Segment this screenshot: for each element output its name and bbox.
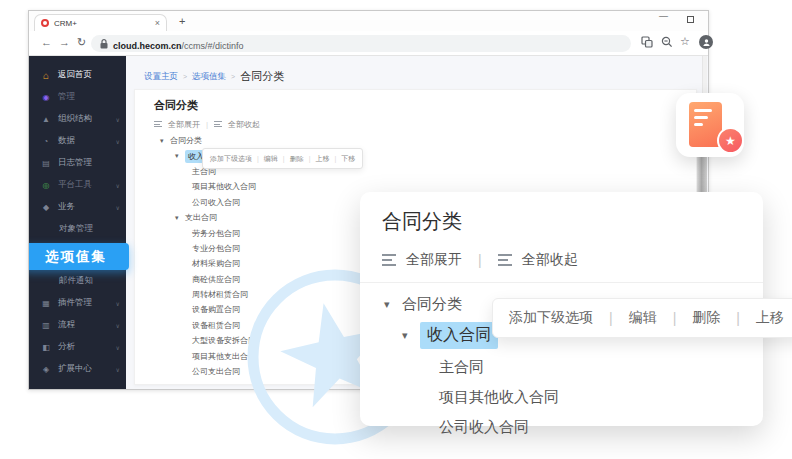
admin-icon: ◉ [41,93,51,102]
tree-node[interactable]: 项目其他收入合同 [382,382,763,412]
delete-action[interactable]: 删除 [692,309,720,327]
sidebar-item-data[interactable]: ◔ 数据 ∨ [29,130,126,152]
chevron-down-icon: ∨ [116,182,120,189]
expand-all-button[interactable]: 全部展开 [406,251,462,269]
new-tab-button[interactable]: + [179,15,185,27]
log-icon: ▤ [41,159,51,168]
lock-icon [100,39,108,49]
url-domain: cloud.hecom.cn [113,41,182,51]
panel-title: 合同分类 [382,208,763,235]
breadcrumb-separator: > [183,73,187,80]
workflow-icon: ▥ [41,321,51,330]
collapse-all-button[interactable]: 全部收起 [522,251,578,269]
address-bar[interactable]: cloud.hecom.cn/ccms/#/dictinfo [91,35,631,52]
browser-tab[interactable]: CRM+ × [34,14,167,31]
bookmark-star-icon[interactable]: ☆ [680,35,690,48]
edit-action[interactable]: 编辑 [264,154,278,164]
restore-button[interactable] [687,16,694,23]
tree-node[interactable]: ▾合同分类 [135,133,696,148]
sidebar-item-log-management[interactable]: ▤ 日志管理 [29,152,126,174]
collapse-all-icon [214,121,222,128]
star-badge-icon: ★ [717,127,744,154]
node-actions-tooltip: 添加下级选项| 编辑| 删除| 上移| 下移 [492,298,792,338]
business-icon: ◆ [41,203,51,212]
chevron-down-icon: ∨ [116,344,120,351]
expand-all-icon [382,254,396,266]
sidebar-item-extension-center[interactable]: ◈ 扩展中心 ∨ [29,358,126,380]
zoomed-callout-panel: 合同分类 全部展开 | 全部收起 添加下级选项| 编辑| 删除| 上移| 下移 … [360,192,763,426]
person-icon [702,38,711,47]
tree-actions: 全部展开 | 全部收起 [154,119,260,130]
zoom-icon[interactable] [661,36,673,48]
edit-action[interactable]: 编辑 [629,309,657,327]
add-suboption-action[interactable]: 添加下级选项 [210,154,252,164]
caret-down-icon[interactable]: ▾ [160,137,170,145]
chevron-down-icon: ∨ [116,204,120,211]
move-up-action[interactable]: 上移 [315,154,329,164]
breadcrumb: 设置主页 > 选项值集 > 合同分类 [144,69,284,84]
plugin-icon: ▦ [41,299,51,308]
collapse-all-button[interactable]: 全部收起 [228,119,260,130]
page-title: 合同分类 [154,98,198,113]
sidebar-item-business[interactable]: ◆ 业务 ∨ [29,196,126,218]
tab-close-icon[interactable]: × [155,19,160,28]
data-icon: ◔ [41,137,51,146]
chevron-down-icon: ∨ [116,300,120,307]
sidebar-item-workflow[interactable]: ▥ 流程 ∨ [29,314,126,336]
tree-node[interactable]: 公司收入合同 [382,412,763,442]
panel-tree-actions: 全部展开 | 全部收起 [382,251,763,269]
tree-node[interactable]: 主合同 [382,352,763,382]
chevron-down-icon: ∨ [116,116,120,123]
sidebar-item-analysis[interactable]: ◧ 分析 ∨ [29,336,126,358]
node-actions-tooltip: 添加下级选项| 编辑| 删除| 上移| 下移 [202,148,363,169]
delete-action[interactable]: 删除 [290,154,304,164]
tab-strip: CRM+ × + — [29,11,708,31]
sidebar-item-org-structure[interactable]: ▲ 组织结构 ∨ [29,108,126,130]
move-up-action[interactable]: 上移 [756,309,784,327]
extension-icon: ◈ [41,365,51,374]
back-button[interactable]: ← [41,36,52,48]
tab-title: CRM+ [54,19,150,28]
reload-button[interactable]: ↻ [77,36,86,49]
sidebar-item-object-management[interactable]: 对象管理 [29,218,126,240]
breadcrumb-current: 合同分类 [240,69,284,84]
document-icon: ★ [689,102,722,147]
sidebar-item-admin[interactable]: ◉ 管理 [29,86,126,108]
forward-button[interactable]: → [59,36,70,48]
breadcrumb-option-value-set[interactable]: 选项值集 [192,71,226,83]
sidebar-item-home[interactable]: ⌂ 返回首页 [29,64,126,86]
url-path: /ccms/#/dictinfo [182,41,244,51]
browser-toolbar: ← → ↻ cloud.hecom.cn/ccms/#/dictinfo ☆ [29,31,708,56]
sidebar-nav: ⌂ 返回首页 ◉ 管理 ▲ 组织结构 ∨ ◔ 数据 ∨ ▤ 日志管理 [29,56,126,389]
sidebar-item-platform-tools[interactable]: ◎ 平台工具 ∨ [29,174,126,196]
page-tools-icon[interactable] [641,36,653,48]
platform-tools-icon: ◎ [41,181,51,190]
divider [360,282,763,283]
sidebar-item-mail-notify[interactable]: 邮件通知 [29,270,126,292]
expand-all-button[interactable]: 全部展开 [168,119,200,130]
home-icon: ⌂ [41,70,51,81]
chevron-down-icon: ∨ [116,138,120,145]
profile-avatar[interactable] [699,35,713,49]
analysis-icon: ◧ [41,343,51,352]
collapse-all-icon [498,254,512,266]
chevron-down-icon: ∨ [116,366,120,373]
document-star-icon-card: ★ [676,93,744,157]
caret-down-icon[interactable]: ▾ [175,214,185,222]
sidebar-item-plugin-management[interactable]: ▦ 插件管理 ∨ [29,292,126,314]
sidebar-item-option-value-set[interactable]: 选项值集 [29,243,129,270]
move-down-action[interactable]: 下移 [341,154,355,164]
minimize-button[interactable]: — [659,11,668,21]
add-suboption-action[interactable]: 添加下级选项 [509,309,593,327]
caret-down-icon[interactable]: ▾ [175,152,185,160]
breadcrumb-separator: > [231,73,235,80]
breadcrumb-settings-home[interactable]: 设置主页 [144,71,178,83]
caret-down-icon[interactable]: ▾ [384,298,402,311]
caret-down-icon[interactable]: ▾ [402,329,420,342]
org-structure-icon: ▲ [41,115,51,124]
crm-favicon-icon [41,19,49,27]
expand-all-icon [154,121,162,128]
chevron-down-icon: ∨ [116,322,120,329]
